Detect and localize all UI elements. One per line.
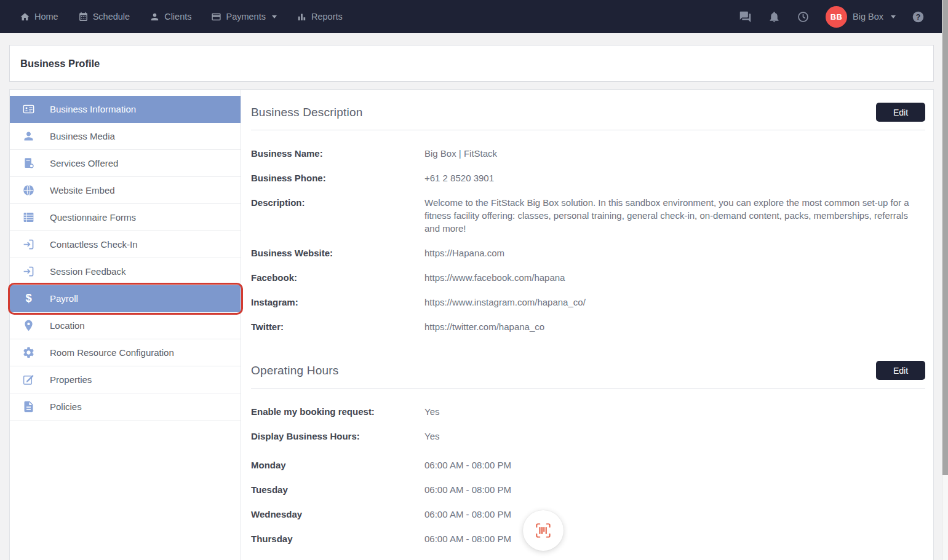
field-value: 06:00 AM - 08:00 PM: [424, 557, 925, 560]
operating-hours-header: Operating Hours Edit: [251, 345, 925, 380]
business-description-row-business-name: Business Name: Big Box | FitStack: [251, 147, 925, 160]
services-icon: [22, 157, 36, 170]
home-icon: [20, 12, 30, 22]
business-description-row-twitter: Twitter: https://twitter.com/hapana_co: [251, 320, 925, 333]
field-label: Twitter:: [251, 320, 424, 333]
business-description-row-description: Description: Welcome to the FitStack Big…: [251, 196, 925, 235]
sidebar-item-label: Contactless Check-In: [50, 239, 138, 250]
operating-hours-row-display-business-hours: Display Business Hours: Yes: [251, 430, 925, 443]
field-label: Thursday: [251, 532, 424, 545]
sidebar-item-services-offered[interactable]: Services Offered: [10, 150, 241, 177]
nav-item-reports[interactable]: Reports: [297, 12, 343, 22]
field-value: Yes: [424, 430, 925, 443]
sidebar-item-payroll[interactable]: $ Payroll: [10, 285, 241, 312]
sidebar-item-business-media[interactable]: Business Media: [10, 123, 241, 150]
field-label: Business Name:: [251, 147, 424, 160]
avatar[interactable]: BB: [826, 6, 847, 28]
operating-hours-row-friday: Friday 06:00 AM - 08:00 PM: [251, 557, 925, 560]
sidebar-item-questionnaire-forms[interactable]: Questionnaire Forms: [10, 204, 241, 231]
business-profile-panel: Business Information Business Media Serv…: [9, 89, 934, 560]
sidebar-item-label: Properties: [50, 374, 92, 385]
field-value: Welcome to the FitStack Big Box solution…: [424, 196, 925, 235]
sidebar-item-label: Services Offered: [50, 158, 118, 168]
clock-icon[interactable]: [797, 10, 810, 23]
svg-text:$: $: [25, 292, 31, 304]
calendar-icon: [78, 12, 89, 22]
field-value: Big Box | FitStack: [424, 147, 925, 160]
nav-right: BB Big Box ?: [739, 6, 925, 28]
svg-text:?: ?: [916, 12, 920, 21]
field-value: https://twitter.com/hapana_co: [424, 320, 925, 333]
field-label: Business Phone:: [251, 172, 424, 184]
sidebar-item-label: Website Embed: [50, 185, 115, 195]
sidebar-item-policies[interactable]: Policies: [10, 393, 241, 420]
scrollbar-thumb[interactable]: [942, 0, 948, 475]
nav-item-schedule[interactable]: Schedule: [78, 12, 130, 22]
operating-hours-row-monday: Monday 06:00 AM - 08:00 PM: [251, 459, 925, 471]
business-description-section: Business Description Edit Business Name:…: [251, 90, 925, 333]
operating-hours-row-wednesday: Wednesday 06:00 AM - 08:00 PM: [251, 508, 925, 521]
main-content: Business Description Edit Business Name:…: [241, 90, 933, 560]
page-header: Business Profile: [9, 45, 934, 82]
sidebar-item-label: Session Feedback: [50, 266, 125, 277]
top-nav: Home Schedule Clients Payments Reports B…: [0, 0, 942, 33]
barcode-scan-button[interactable]: [523, 510, 564, 551]
id-card-icon: [22, 103, 36, 116]
business-description-row-business-website: Business Website: https://Hapana.com: [251, 246, 925, 259]
nav-menu: Home Schedule Clients Payments Reports: [20, 12, 343, 22]
sidebar-item-location[interactable]: Location: [10, 312, 241, 339]
field-label: Display Business Hours:: [251, 430, 424, 443]
nav-item-home[interactable]: Home: [20, 12, 58, 22]
scrollbar-track[interactable]: [942, 0, 948, 560]
field-label: Wednesday: [251, 508, 424, 521]
account-menu[interactable]: BB Big Box: [826, 6, 896, 28]
sidebar-item-business-information[interactable]: Business Information: [10, 96, 241, 123]
sidebar-item-label: Questionnaire Forms: [50, 212, 136, 223]
edit-business-description-button[interactable]: Edit: [876, 103, 925, 122]
field-value: 06:00 AM - 08:00 PM: [424, 459, 925, 471]
edit-icon: [22, 373, 36, 386]
field-value: Yes: [424, 405, 925, 418]
bell-icon[interactable]: [768, 10, 781, 23]
field-value: https://Hapana.com: [424, 246, 925, 259]
field-value: +61 2 8520 3901: [424, 172, 925, 184]
sidebar-item-room-resource-configuration[interactable]: Room Resource Configuration: [10, 339, 241, 366]
user-icon: [149, 12, 160, 22]
gear-icon: [22, 346, 36, 359]
nav-item-clients[interactable]: Clients: [149, 12, 191, 22]
field-label: Description:: [251, 196, 424, 209]
chat-icon[interactable]: [739, 10, 752, 23]
operating-hours-row-tuesday: Tuesday 06:00 AM - 08:00 PM: [251, 483, 925, 496]
operating-hours-settings: Enable my booking request: Yes Display B…: [251, 388, 925, 443]
field-value: 06:00 AM - 08:00 PM: [424, 508, 925, 521]
chevron-down-icon: [272, 15, 277, 18]
credit-card-icon: [211, 12, 221, 22]
field-label: Business Website:: [251, 246, 424, 259]
business-description-row-business-phone: Business Phone: +61 2 8520 3901: [251, 172, 925, 184]
sidebar-item-contactless-check-in[interactable]: Contactless Check-In: [10, 231, 241, 258]
sidebar: Business Information Business Media Serv…: [10, 90, 241, 560]
field-label: Facebook:: [251, 271, 424, 284]
field-value: 06:00 AM - 08:00 PM: [424, 532, 925, 545]
business-description-title: Business Description: [251, 106, 362, 119]
operating-hours-days: Monday 06:00 AM - 08:00 PM Tuesday 06:00…: [251, 454, 925, 560]
forms-icon: [22, 211, 36, 224]
nav-item-payments[interactable]: Payments: [211, 12, 276, 22]
field-label: Monday: [251, 459, 424, 471]
sidebar-item-website-embed[interactable]: Website Embed: [10, 177, 241, 204]
help-icon[interactable]: ?: [912, 10, 925, 23]
sidebar-item-label: Payroll: [50, 293, 78, 304]
sidebar-item-session-feedback[interactable]: Session Feedback: [10, 258, 241, 285]
field-label: Friday: [251, 557, 424, 560]
business-description-row-facebook: Facebook: https://www.facebook.com/hapan…: [251, 271, 925, 284]
sidebar-item-label: Business Media: [50, 131, 115, 141]
operating-hours-row-thursday: Thursday 06:00 AM - 08:00 PM: [251, 532, 925, 545]
sidebar-item-properties[interactable]: Properties: [10, 366, 241, 393]
sidebar-item-label: Policies: [50, 401, 82, 412]
dollar-icon: $: [22, 292, 36, 305]
field-value: https://www.instagram.com/hapana_co/: [424, 296, 925, 309]
field-label: Tuesday: [251, 483, 424, 496]
edit-operating-hours-button[interactable]: Edit: [876, 361, 925, 380]
field-value: 06:00 AM - 08:00 PM: [424, 483, 925, 496]
business-description-header: Business Description Edit: [251, 90, 925, 122]
